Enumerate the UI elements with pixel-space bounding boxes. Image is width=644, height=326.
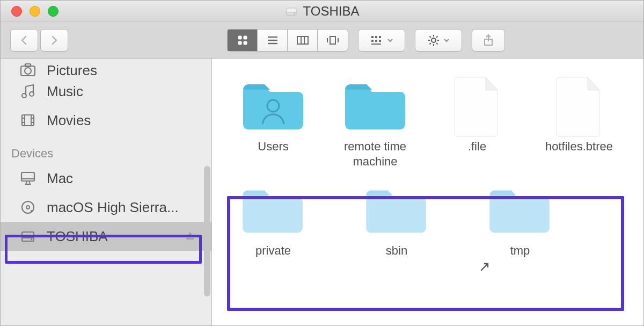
view-gallery-button[interactable] — [318, 30, 348, 51]
svg-point-54 — [31, 239, 33, 241]
sidebar-item-mac[interactable]: Mac — [1, 164, 211, 193]
minimize-button[interactable] — [30, 6, 40, 17]
music-icon — [19, 82, 37, 100]
item-private[interactable]: private — [225, 183, 321, 273]
svg-rect-16 — [371, 36, 374, 38]
folder-light-icon — [362, 182, 431, 240]
external-disk-icon — [285, 5, 298, 18]
view-switcher — [227, 29, 348, 52]
item-sbin[interactable]: sbin — [348, 183, 445, 273]
svg-point-2 — [294, 13, 295, 14]
forward-button[interactable] — [40, 29, 68, 52]
finder-window: TOSHIBA — [0, 0, 644, 326]
eject-button[interactable] — [185, 228, 195, 245]
item-label: .file — [468, 139, 486, 169]
svg-point-35 — [25, 68, 31, 74]
svg-rect-4 — [244, 36, 247, 39]
nav-buttons — [10, 29, 68, 52]
back-button[interactable] — [10, 29, 38, 52]
folder-icon — [341, 79, 409, 135]
chevron-down-icon — [443, 37, 450, 44]
item-users[interactable]: Users — [225, 79, 321, 169]
svg-point-50 — [26, 206, 30, 209]
sidebar-section-devices: Devices — [1, 135, 211, 164]
folder-light-icon — [239, 182, 308, 240]
item-label: tmp — [510, 243, 530, 273]
svg-point-23 — [431, 38, 436, 42]
sidebar-item-label: Pictures — [47, 62, 97, 79]
svg-rect-21 — [379, 40, 381, 42]
external-disk-icon — [19, 227, 37, 245]
svg-rect-20 — [375, 40, 377, 42]
item-hotfiles-btree[interactable]: hotfiles.btree — [531, 79, 627, 169]
content-area[interactable]: Users remote time machine — [212, 59, 643, 325]
action-button[interactable] — [415, 29, 462, 52]
chevron-down-icon — [387, 37, 393, 44]
window-title-text: TOSHIBA — [303, 5, 360, 18]
icon-view-icon — [236, 34, 249, 47]
svg-point-38 — [30, 92, 34, 96]
svg-line-28 — [430, 36, 431, 37]
svg-rect-5 — [238, 41, 241, 45]
item-label: private — [255, 243, 291, 273]
svg-rect-1 — [287, 12, 296, 15]
svg-rect-17 — [375, 36, 377, 38]
titlebar: TOSHIBA — [1, 1, 643, 22]
sidebar-item-label: Music — [47, 83, 83, 100]
svg-rect-55 — [186, 238, 194, 240]
chevron-left-icon — [19, 35, 30, 46]
svg-rect-40 — [22, 115, 34, 126]
sidebar-item-pictures[interactable]: Pictures — [1, 59, 211, 77]
view-list-button[interactable] — [258, 30, 288, 51]
internal-disk-icon — [19, 198, 37, 216]
svg-rect-36 — [25, 64, 31, 67]
folder-users-icon — [239, 79, 308, 135]
gear-icon — [427, 34, 440, 47]
view-column-button[interactable] — [288, 30, 318, 51]
chevron-right-icon — [49, 35, 60, 46]
camera-icon — [19, 61, 37, 79]
sidebar-item-label: Movies — [47, 112, 91, 129]
item-label: remote time machine — [327, 139, 423, 169]
share-button[interactable] — [472, 29, 505, 52]
item-tmp[interactable]: tmp — [472, 183, 568, 273]
file-icon — [450, 75, 504, 139]
svg-line-30 — [430, 43, 431, 44]
item-label: hotfiles.btree — [545, 139, 613, 169]
column-view-icon — [296, 34, 310, 47]
svg-rect-18 — [379, 36, 381, 38]
svg-line-29 — [436, 43, 437, 44]
window-title: TOSHIBA — [1, 5, 643, 18]
view-icon-button[interactable] — [228, 30, 258, 51]
svg-line-31 — [436, 36, 437, 37]
sidebar-item-toshiba[interactable]: TOSHIBA — [1, 222, 211, 251]
sidebar-item-label: TOSHIBA — [47, 228, 108, 245]
film-icon — [19, 111, 37, 129]
arrange-button[interactable] — [358, 29, 405, 52]
icon-grid: Users remote time machine — [225, 79, 627, 273]
alias-arrow-icon — [479, 260, 491, 272]
eject-icon — [185, 230, 195, 241]
item-label: sbin — [386, 243, 407, 273]
list-view-icon — [266, 34, 280, 47]
svg-rect-0 — [287, 8, 296, 15]
share-icon — [482, 34, 494, 47]
window-controls — [1, 6, 58, 17]
close-button[interactable] — [11, 6, 22, 17]
svg-rect-6 — [244, 41, 247, 45]
gallery-view-icon — [325, 34, 341, 47]
item-remote-time-machine[interactable]: remote time machine — [327, 79, 423, 169]
sidebar-item-movies[interactable]: Movies — [1, 106, 211, 135]
sidebar-item-label: macOS High Sierra... — [47, 199, 179, 216]
sidebar-item-macos-installer[interactable]: macOS High Sierra... — [1, 193, 211, 222]
zoom-button[interactable] — [48, 6, 58, 17]
item-dot-file[interactable]: .file — [429, 79, 525, 169]
sidebar-scrollbar[interactable] — [204, 166, 210, 296]
svg-rect-10 — [297, 37, 308, 44]
sidebar: Pictures Music Movies Devices Mac — [1, 59, 212, 325]
svg-rect-19 — [371, 40, 374, 42]
sidebar-item-label: Mac — [47, 170, 73, 187]
toolbar — [1, 22, 643, 59]
file-icon — [552, 75, 606, 139]
sidebar-item-music[interactable]: Music — [1, 77, 211, 106]
